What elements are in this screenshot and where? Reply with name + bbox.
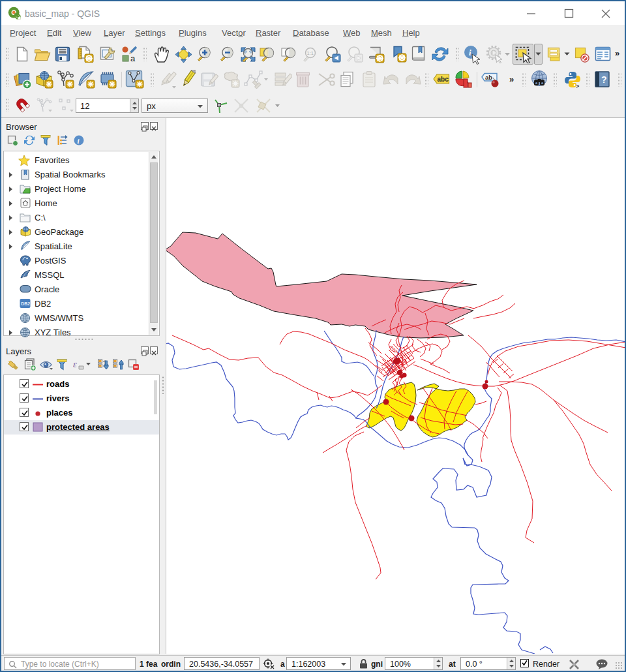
svg-text:ε: ε <box>73 359 77 369</box>
svg-text:1:1: 1:1 <box>307 50 314 56</box>
svg-text:abc: abc <box>438 76 449 83</box>
svg-text:i: i <box>469 48 471 57</box>
svg-text:ab: ab <box>485 74 492 81</box>
svg-text:>: > <box>576 83 579 89</box>
svg-text:DB2: DB2 <box>21 301 30 306</box>
svg-text:?: ? <box>601 74 607 85</box>
svg-text:a: a <box>130 53 136 62</box>
